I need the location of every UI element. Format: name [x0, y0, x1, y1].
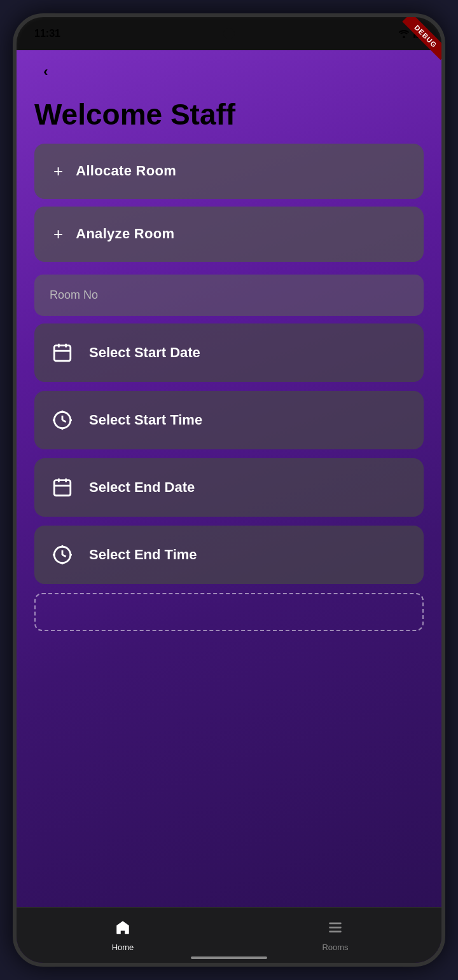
nav-home-label: Home	[112, 943, 134, 952]
svg-rect-16	[54, 480, 71, 495]
svg-point-26	[70, 554, 72, 555]
select-start-date-button[interactable]: Select Start Date	[34, 323, 424, 382]
debug-badge	[391, 17, 441, 68]
analyze-room-label: Analyze Room	[76, 226, 174, 242]
app-screen: ‹ Welcome Staff + Allocate Room + Analyz…	[17, 50, 441, 963]
room-input-wrapper	[34, 275, 424, 316]
allocate-room-button[interactable]: + Allocate Room	[34, 144, 424, 199]
welcome-title: Welcome Staff	[17, 83, 441, 144]
svg-point-23	[61, 545, 63, 547]
status-time: 11:31	[34, 28, 60, 39]
rooms-icon	[327, 919, 344, 940]
plus-icon-allocate: +	[53, 161, 63, 181]
scroll-content: + Allocate Room + Analyze Room	[17, 144, 441, 907]
svg-line-22	[62, 555, 66, 557]
room-number-input[interactable]	[34, 275, 424, 316]
select-end-date-button[interactable]: Select End Date	[34, 458, 424, 517]
svg-point-13	[61, 427, 63, 429]
select-start-time-label: Select Start Time	[89, 412, 202, 428]
allocate-room-label: Allocate Room	[76, 163, 176, 179]
nav-rooms[interactable]: Rooms	[229, 919, 441, 952]
back-button[interactable]: ‹	[34, 60, 57, 83]
select-start-date-label: Select Start Date	[89, 344, 200, 361]
analyze-room-button[interactable]: + Analyze Room	[34, 207, 424, 262]
home-icon	[114, 919, 131, 940]
clock-icon-start-time	[50, 407, 75, 433]
nav-home[interactable]: Home	[17, 919, 229, 952]
svg-rect-29	[329, 930, 342, 932]
nav-rooms-label: Rooms	[322, 943, 348, 952]
select-start-time-button[interactable]: Select Start Time	[34, 391, 424, 449]
svg-point-15	[70, 419, 72, 421]
clock-icon-end-time	[50, 542, 75, 568]
svg-rect-27	[329, 922, 342, 924]
svg-point-25	[53, 554, 55, 555]
plus-icon-analyze: +	[53, 224, 63, 244]
svg-line-11	[62, 420, 66, 422]
bottom-nav: Home Rooms	[17, 907, 441, 963]
svg-point-24	[61, 562, 63, 564]
svg-point-14	[53, 419, 55, 421]
select-end-date-label: Select End Date	[89, 479, 195, 496]
select-end-time-button[interactable]: Select End Time	[34, 526, 424, 584]
phone-shell: 11:31 ‹ We	[13, 13, 445, 967]
calendar-icon-start-date	[50, 340, 75, 365]
svg-point-12	[61, 410, 63, 412]
svg-rect-28	[329, 926, 342, 928]
home-indicator	[191, 956, 267, 959]
dashed-box	[34, 593, 424, 631]
back-arrow-icon: ‹	[43, 64, 48, 80]
top-bar: ‹	[17, 50, 441, 83]
status-bar: 11:31	[17, 17, 441, 50]
calendar-icon-end-date	[50, 475, 75, 500]
select-end-time-label: Select End Time	[89, 547, 197, 563]
svg-rect-5	[54, 345, 71, 360]
camera-notch	[223, 28, 235, 39]
